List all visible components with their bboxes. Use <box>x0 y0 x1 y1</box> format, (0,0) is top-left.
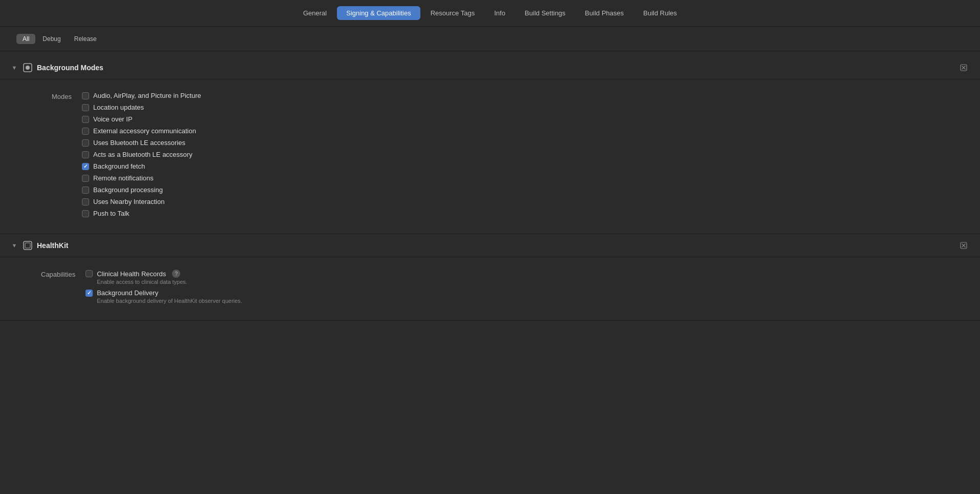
modes-row: ModesAudio, AirPlay, and Picture in Pict… <box>0 92 980 217</box>
checkbox-label-nearby-interaction: Uses Nearby Interaction <box>93 198 164 205</box>
section-title-background-modes: Background Modes <box>37 64 103 72</box>
main-content: ▼ Background Modes ModesAudio, AirPlay, … <box>0 51 980 326</box>
tab-bar: GeneralSigning & CapabilitiesResource Ta… <box>0 0 980 27</box>
checkbox-background-processing[interactable] <box>82 187 89 194</box>
checkbox-row-remote-notifications[interactable]: Remote notifications <box>82 174 201 182</box>
checkbox-row-clinical-health-records[interactable]: Clinical Health Records? <box>86 270 242 278</box>
checkbox-background-delivery[interactable] <box>86 290 93 297</box>
checkbox-label-push-to-talk: Push to Talk <box>93 210 130 217</box>
capability-row-background-delivery: Background DeliveryEnable background del… <box>86 289 242 304</box>
section-icon-healthkit <box>23 240 33 251</box>
modes-label: Modes <box>41 92 82 100</box>
checkbox-label-external-accessory: External accessory communication <box>93 127 196 135</box>
chevron-icon-background-modes: ▼ <box>10 64 18 72</box>
checkbox-row-nearby-interaction[interactable]: Uses Nearby Interaction <box>82 198 201 205</box>
section-healthkit: ▼ HealthKit CapabilitiesClinical Health … <box>0 234 980 321</box>
checkbox-label-location-updates: Location updates <box>93 104 144 111</box>
checkbox-label-bluetooth-le-accessory: Acts as a Bluetooth LE accessory <box>93 151 193 158</box>
tab-general[interactable]: General <box>294 6 336 20</box>
chevron-icon-healthkit: ▼ <box>10 241 18 250</box>
filter-debug[interactable]: Debug <box>36 34 67 44</box>
svg-point-1 <box>26 66 30 70</box>
checkbox-push-to-talk[interactable] <box>82 210 89 217</box>
checkbox-row-external-accessory[interactable]: External accessory communication <box>82 127 201 135</box>
section-header-left-healthkit: ▼ HealthKit <box>10 240 68 251</box>
checkbox-bluetooth-le-accessory[interactable] <box>82 151 89 158</box>
checkbox-clinical-health-records[interactable] <box>86 270 93 277</box>
checkbox-remote-notifications[interactable] <box>82 175 89 182</box>
checkbox-nearby-interaction[interactable] <box>82 198 89 205</box>
capabilities-list: Clinical Health Records?Enable access to… <box>86 270 242 304</box>
capability-description-clinical-health-records: Enable access to clinical data types. <box>97 279 242 285</box>
checkbox-label-clinical-health-records: Clinical Health Records <box>97 270 166 278</box>
checkbox-row-voice-over-ip[interactable]: Voice over IP <box>82 115 201 123</box>
checkbox-label-background-processing: Background processing <box>93 186 163 194</box>
help-icon-clinical-health-records[interactable]: ? <box>172 270 180 278</box>
section-header-healthkit[interactable]: ▼ HealthKit <box>0 234 980 257</box>
tab-build-phases[interactable]: Build Phases <box>576 6 633 20</box>
svg-rect-6 <box>25 243 30 248</box>
checkbox-row-push-to-talk[interactable]: Push to Talk <box>82 210 201 217</box>
checkbox-label-bluetooth-le-accessories: Uses Bluetooth LE accessories <box>93 139 185 147</box>
capability-description-background-delivery: Enable background delivery of HealthKit … <box>97 298 242 304</box>
tab-build-rules[interactable]: Build Rules <box>634 6 686 20</box>
filter-bar: AllDebugRelease <box>0 27 980 51</box>
capabilities-label: Capabilities <box>41 270 86 278</box>
section-title-healthkit: HealthKit <box>37 241 68 250</box>
checkbox-row-background-processing[interactable]: Background processing <box>82 186 201 194</box>
checkbox-audio-airplay[interactable] <box>82 92 89 99</box>
checkbox-label-background-fetch: Background fetch <box>93 162 145 170</box>
tab-info[interactable]: Info <box>485 6 515 20</box>
checkbox-row-location-updates[interactable]: Location updates <box>82 104 201 111</box>
section-background-modes: ▼ Background Modes ModesAudio, AirPlay, … <box>0 56 980 234</box>
checkbox-label-background-delivery: Background Delivery <box>97 289 158 297</box>
filter-release[interactable]: Release <box>68 34 103 44</box>
checkbox-background-fetch[interactable] <box>82 163 89 170</box>
section-header-left-background-modes: ▼ Background Modes <box>10 63 103 73</box>
tab-build-settings[interactable]: Build Settings <box>516 6 575 20</box>
checkbox-external-accessory[interactable] <box>82 128 89 135</box>
svg-rect-5 <box>24 241 32 250</box>
section-body-healthkit: CapabilitiesClinical Health Records?Enab… <box>0 257 980 321</box>
checkbox-label-remote-notifications: Remote notifications <box>93 174 154 182</box>
checkbox-location-updates[interactable] <box>82 104 89 111</box>
checkbox-row-audio-airplay[interactable]: Audio, AirPlay, and Picture in Picture <box>82 92 201 99</box>
checkbox-row-bluetooth-le-accessories[interactable]: Uses Bluetooth LE accessories <box>82 139 201 147</box>
delete-button-background-modes[interactable] <box>957 61 970 74</box>
capabilities-row: CapabilitiesClinical Health Records?Enab… <box>0 270 980 304</box>
checkbox-row-background-fetch[interactable]: Background fetch <box>82 162 201 170</box>
section-icon-background-modes <box>23 63 33 73</box>
checkbox-row-background-delivery[interactable]: Background Delivery <box>86 289 242 297</box>
tab-signing[interactable]: Signing & Capabilities <box>337 6 420 20</box>
section-body-background-modes: ModesAudio, AirPlay, and Picture in Pict… <box>0 79 980 234</box>
checkbox-voice-over-ip[interactable] <box>82 116 89 123</box>
tab-resource-tags[interactable]: Resource Tags <box>421 6 484 20</box>
checkbox-label-audio-airplay: Audio, AirPlay, and Picture in Picture <box>93 92 201 99</box>
checkbox-label-voice-over-ip: Voice over IP <box>93 115 133 123</box>
checkbox-bluetooth-le-accessories[interactable] <box>82 139 89 147</box>
filter-group: AllDebugRelease <box>16 34 103 44</box>
checkbox-row-bluetooth-le-accessory[interactable]: Acts as a Bluetooth LE accessory <box>82 151 201 158</box>
section-header-background-modes[interactable]: ▼ Background Modes <box>0 56 980 79</box>
delete-button-healthkit[interactable] <box>957 239 970 252</box>
capability-row-clinical-health-records: Clinical Health Records?Enable access to… <box>86 270 242 285</box>
filter-all[interactable]: All <box>16 34 35 44</box>
modes-list: Audio, AirPlay, and Picture in PictureLo… <box>82 92 201 217</box>
